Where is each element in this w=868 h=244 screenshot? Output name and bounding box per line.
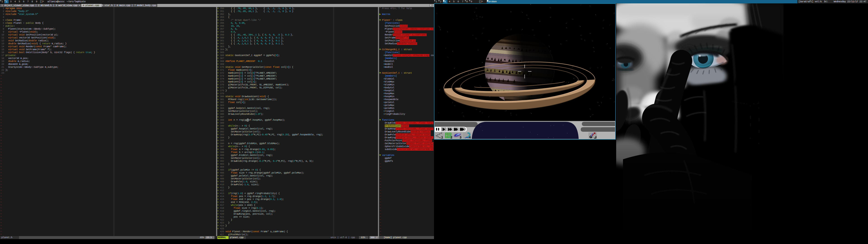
svg-text:2: 2 — [451, 135, 452, 139]
svg-text:1: 1 — [441, 135, 443, 139]
svg-text:3: 3 — [460, 135, 461, 139]
svg-text:4: 4 — [469, 135, 471, 139]
